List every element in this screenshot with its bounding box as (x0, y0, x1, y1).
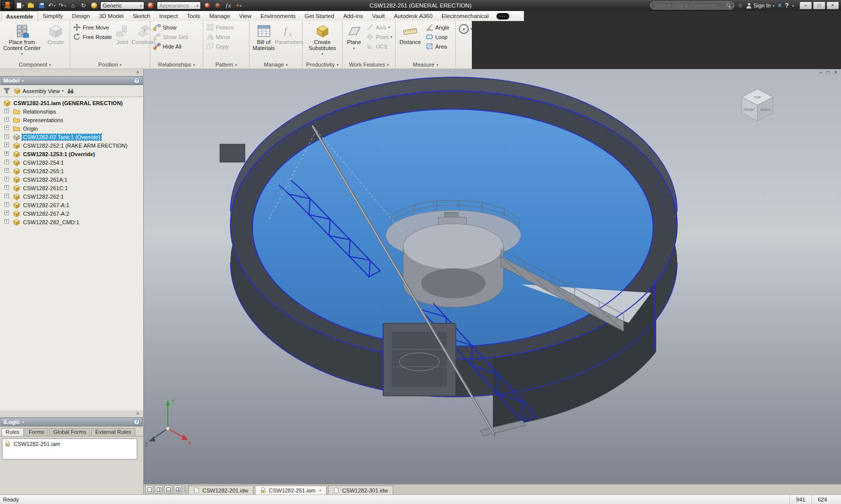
panel-label-manage[interactable]: Manage▾ (249, 61, 302, 69)
two-views-icon[interactable] (155, 485, 163, 493)
browser-close-icon[interactable]: × (134, 70, 141, 75)
ilogic-panel-header[interactable]: iLogic ▾ ? (1, 417, 143, 426)
tree-item-254[interactable]: + CSW1282-254:1 (0, 158, 143, 167)
parameters-button[interactable]: Parameters (277, 23, 301, 47)
tree-item-origin[interactable]: + Origin (0, 124, 143, 133)
ribbon-tab-inspect[interactable]: Inspect (155, 11, 182, 21)
tree-item-252[interactable]: + CSW1282-252:1 (RAKE ARM ERECTION) (0, 141, 143, 150)
panel-label-productivity[interactable]: Productivity▾ (303, 61, 342, 69)
point-button[interactable]: Point ▾ (365, 32, 394, 42)
clear-appearance-button[interactable] (213, 1, 222, 10)
ilogic-help-icon[interactable]: ? (134, 419, 140, 425)
area-button[interactable]: Area (424, 42, 451, 51)
tab-overflow-button[interactable]: ··· (496, 13, 509, 20)
ucs-button[interactable]: UCS (365, 42, 394, 51)
tree-item-representations[interactable]: + Representations (0, 116, 143, 124)
create-button[interactable]: Create (43, 23, 68, 47)
expand-icon[interactable]: + (5, 185, 9, 190)
show-button[interactable]: Show (152, 23, 190, 32)
assembly-view-select[interactable]: Assembly View ▾ (14, 88, 64, 94)
four-views-icon[interactable] (174, 485, 182, 493)
ilogic-tab-external-rules[interactable]: External Rules (91, 428, 135, 436)
model-help-icon[interactable]: ? (134, 78, 140, 84)
ribbon-tab-assemble[interactable]: Assemble (1, 11, 38, 21)
window-close-button[interactable]: × (826, 2, 839, 10)
axis-button[interactable]: Axis ▾ (365, 23, 394, 32)
doc-restore-button[interactable]: □ (826, 70, 829, 76)
tree-item-261c[interactable]: + CSW1282-261C:1 (0, 184, 143, 192)
expand-icon[interactable]: + (5, 177, 9, 181)
expand-icon[interactable]: + (5, 219, 9, 224)
update-button[interactable]: ↻ (79, 1, 88, 10)
help-icon[interactable]: ? (785, 2, 788, 9)
inventor-logo[interactable]: PRO (1, 1, 14, 11)
filter-funnel-icon[interactable] (3, 87, 11, 95)
ribbon-tab-manage[interactable]: Manage (205, 11, 235, 21)
horizontal-views-icon[interactable] (164, 485, 172, 493)
one-view-icon[interactable] (145, 485, 153, 493)
tree-item-261a[interactable]: + CSW1282-261A:1 (0, 175, 143, 184)
doc-tab-301[interactable]: CSW1282-301.idw (328, 485, 393, 494)
undo-button[interactable]: ↶▾ (48, 1, 56, 10)
panel-label-measure[interactable]: Measure▾ (396, 61, 455, 69)
expand-icon[interactable]: + (5, 194, 9, 198)
ilogic-rules-list[interactable]: CSW1282-251.iam (2, 438, 137, 459)
ribbon-tab-3d-model[interactable]: 3D Model (94, 11, 128, 21)
create-substitutes-button[interactable]: Create Substitutes ▾ (307, 23, 339, 57)
sludge-hopper-box[interactable] (383, 323, 456, 396)
search-input[interactable] (650, 2, 734, 10)
search-binoculars-icon[interactable] (67, 88, 74, 95)
plane-button[interactable]: Plane ▾ (344, 23, 364, 51)
ilogic-list-item[interactable]: CSW1282-251.iam (5, 440, 135, 447)
hide-all-button[interactable]: Hide All (152, 42, 190, 51)
tree-item-255[interactable]: + CSW1282-255:1 (0, 167, 143, 175)
expand-icon[interactable]: + (5, 117, 9, 122)
expand-icon[interactable]: + (5, 109, 9, 113)
panel-label-component[interactable]: Component▾ (0, 61, 70, 69)
ilogic-close-icon[interactable]: × (134, 411, 141, 416)
window-maximize-button[interactable]: □ (813, 2, 825, 10)
place-from-content-center-button[interactable]: Place from Content Center ▾ (2, 23, 42, 57)
tree-item-267a-2[interactable]: + CSW1282-267-A:2 (0, 209, 143, 218)
home-view-button[interactable]: ⌂ (69, 1, 77, 10)
sign-in-button[interactable]: Sign In ▾ (746, 3, 774, 9)
expand-icon[interactable]: + (5, 143, 9, 147)
distance-button[interactable]: Distance (397, 23, 423, 47)
panel-label-work-features[interactable]: Work Features▾ (343, 61, 395, 69)
ribbon-tab-environments[interactable]: Environments (256, 11, 300, 21)
joint-button[interactable]: Joint (114, 23, 130, 47)
free-move-button[interactable]: Free Move (72, 23, 113, 32)
ilogic-tab-forms[interactable]: Forms (25, 428, 48, 436)
ribbon-tab-design[interactable]: Design (68, 11, 95, 21)
ribbon-options-button[interactable]: ▾ (459, 24, 469, 34)
panel-label-pattern[interactable]: Pattern▾ (203, 61, 249, 69)
material-select[interactable]: Generic▾ (100, 2, 144, 10)
tree-item-tank[interactable]: + CSW1282-02 Tank:1 (Override) (0, 133, 143, 141)
angle-button[interactable]: Angle (424, 23, 451, 32)
expand-icon[interactable]: + (5, 134, 9, 139)
appearance-select[interactable]: Appearance▾ (157, 2, 201, 10)
new-document-button[interactable]: ▾ (16, 1, 25, 10)
show-sick-button[interactable]: Show Sick (152, 32, 190, 42)
tree-item-relationships[interactable]: + Relationships (0, 107, 143, 116)
measure-quick-button[interactable]: +▾ (234, 1, 243, 10)
tree-item-1253[interactable]: + CSW1282-1253:1 (Override) (0, 150, 143, 158)
doc-close-button[interactable]: × (834, 70, 837, 76)
tree-item-root[interactable]: CSW1282-251.iam (GENERAL ERECTION) (0, 99, 143, 107)
ribbon-tab-electromechanical[interactable]: Electromechanical (437, 11, 493, 21)
doc-tab-201[interactable]: CSW1282-201.idw (188, 485, 253, 494)
expand-icon[interactable]: + (5, 160, 9, 164)
favorites-star-icon[interactable]: ☆ (738, 2, 743, 9)
ribbon-tab-autodesk-a360[interactable]: Autodesk A360 (389, 11, 437, 21)
open-button[interactable] (27, 1, 35, 10)
ribbon-tab-vault[interactable]: Vault (368, 11, 389, 21)
loop-button[interactable]: Loop (424, 32, 451, 42)
ribbon-tab-get-started[interactable]: Get Started (300, 11, 339, 21)
mirror-button[interactable]: Mirror (205, 32, 235, 42)
ilogic-tab-global-forms[interactable]: Global Forms (49, 428, 90, 436)
model-viewport[interactable]: TOP FRONT RIGHT Y X Z – □ × (144, 69, 841, 484)
expand-icon[interactable]: + (5, 202, 9, 207)
ribbon-tab-simplify[interactable]: Simplify (38, 11, 67, 21)
ribbon-tab-add-ins[interactable]: Add-Ins (339, 11, 368, 21)
free-rotate-button[interactable]: Free Rotate (72, 32, 113, 42)
